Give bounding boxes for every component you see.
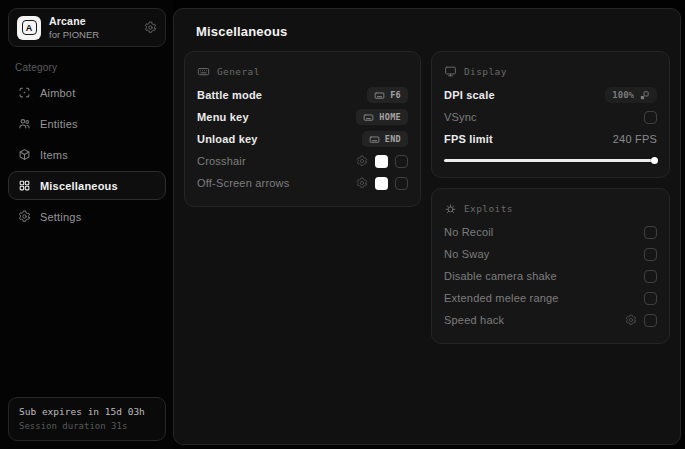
setting-label: FPS limit (444, 133, 493, 145)
display-card-title: Display (464, 66, 507, 77)
setting-label: Speed hack (444, 314, 504, 326)
page-title: Miscellaneous (174, 9, 680, 51)
setting-row-crosshair: Crosshair (197, 150, 408, 172)
sidebar: A Arcane for PIONER Category Aimbot (0, 0, 173, 449)
fps-limit-value: 240 FPS (613, 133, 657, 145)
setting-label: Crosshair (197, 155, 246, 167)
keybind-value: F6 (390, 90, 401, 100)
setting-row-speed-hack: Speed hack (444, 309, 657, 331)
setting-row-no-sway: No Sway (444, 243, 657, 265)
sidebar-item-label: Miscellaneous (40, 180, 118, 192)
app-title: Arcane (49, 15, 99, 27)
display-card: Display DPI scale 100% VSync (431, 51, 670, 178)
setting-row-menu-key: Menu key HOME (197, 106, 408, 128)
main-panel: Miscellaneous General Battle mode F6 (173, 8, 681, 445)
setting-row-no-recoil: No Recoil (444, 221, 657, 243)
fps-limit-slider-row (444, 155, 657, 165)
monitor-icon (444, 65, 457, 78)
setting-row-dpi-scale: DPI scale 100% (444, 84, 657, 106)
exploits-card-header: Exploits (444, 199, 657, 217)
keybind-button[interactable]: F6 (367, 87, 408, 103)
keybind-button[interactable]: HOME (356, 109, 408, 125)
dpi-scale-select[interactable]: 100% (605, 87, 657, 103)
crosshair-scan-icon (18, 86, 31, 99)
entities-icon (18, 117, 31, 130)
keyboard-icon (374, 90, 385, 101)
display-card-header: Display (444, 62, 657, 80)
app-window: A Arcane for PIONER Category Aimbot (0, 0, 685, 449)
gear-icon[interactable] (625, 314, 637, 326)
sidebar-nav: Aimbot Entities Items Miscellaneous (8, 78, 166, 231)
sidebar-item-settings[interactable]: Settings (8, 202, 166, 231)
setting-label: Unload key (197, 133, 258, 145)
panel-columns: General Battle mode F6 Menu key HOME (174, 51, 680, 344)
sidebar-item-entities[interactable]: Entities (8, 109, 166, 138)
setting-label: Disable camera shake (444, 270, 557, 282)
exploits-card-title: Exploits (464, 203, 513, 214)
general-card: General Battle mode F6 Menu key HOME (184, 51, 421, 207)
setting-row-disable-camera-shake: Disable camera shake (444, 265, 657, 287)
setting-label: No Sway (444, 248, 489, 260)
color-swatch[interactable] (375, 177, 388, 190)
session-duration-text: Session duration 31s (19, 421, 155, 431)
keyboard-icon (363, 112, 374, 123)
sub-expiry-text: Sub expires in 15d 03h (19, 406, 155, 417)
right-column: Display DPI scale 100% VSync (431, 51, 670, 344)
sidebar-item-items[interactable]: Items (8, 140, 166, 169)
keybind-value: HOME (379, 112, 401, 122)
keyboard-icon (197, 65, 210, 78)
keyboard-icon (369, 134, 380, 145)
logo-letter: A (22, 20, 37, 35)
disable-camera-shake-checkbox[interactable] (644, 270, 657, 283)
setting-row-vsync: VSync (444, 106, 657, 128)
app-subtitle: for PIONER (49, 29, 99, 40)
package-icon (18, 148, 31, 161)
scale-icon (639, 90, 650, 101)
gear-icon[interactable] (356, 155, 368, 167)
gear-icon (18, 210, 31, 223)
sidebar-item-aimbot[interactable]: Aimbot (8, 78, 166, 107)
setting-row-extended-melee-range: Extended melee range (444, 287, 657, 309)
exploits-card: Exploits No Recoil No Sway Disable camer… (431, 188, 670, 344)
sidebar-item-label: Entities (40, 118, 78, 130)
setting-row-battle-mode: Battle mode F6 (197, 84, 408, 106)
fps-limit-slider[interactable] (444, 159, 657, 162)
setting-row-fps-limit: FPS limit 240 FPS (444, 128, 657, 150)
offscreen-arrows-checkbox[interactable] (395, 177, 408, 190)
sidebar-item-label: Aimbot (40, 87, 75, 99)
vsync-checkbox[interactable] (644, 111, 657, 124)
setting-row-offscreen-arrows: Off-Screen arrows (197, 172, 408, 194)
general-card-header: General (197, 62, 408, 80)
dpi-scale-value: 100% (612, 90, 634, 100)
crosshair-checkbox[interactable] (395, 155, 408, 168)
keybind-button[interactable]: END (362, 131, 408, 147)
slider-knob[interactable] (651, 157, 658, 164)
sidebar-item-label: Settings (40, 211, 81, 223)
control-group (356, 155, 408, 168)
no-recoil-checkbox[interactable] (644, 226, 657, 239)
general-card-title: General (217, 66, 260, 77)
gear-icon[interactable] (356, 177, 368, 189)
extended-melee-range-checkbox[interactable] (644, 292, 657, 305)
setting-label: DPI scale (444, 89, 495, 101)
setting-row-unload-key: Unload key END (197, 128, 408, 150)
sidebar-item-miscellaneous[interactable]: Miscellaneous (8, 171, 166, 200)
setting-label: No Recoil (444, 226, 494, 238)
setting-label: Menu key (197, 111, 249, 123)
setting-label: Extended melee range (444, 292, 559, 304)
no-sway-checkbox[interactable] (644, 248, 657, 261)
category-label: Category (15, 62, 166, 73)
brand-text: Arcane for PIONER (49, 15, 99, 40)
gear-icon[interactable] (144, 21, 157, 34)
color-swatch[interactable] (375, 155, 388, 168)
brand-card: A Arcane for PIONER (8, 8, 166, 47)
sidebar-item-label: Items (40, 149, 68, 161)
app-logo: A (17, 16, 41, 40)
subscription-card: Sub expires in 15d 03h Session duration … (8, 397, 166, 441)
setting-label: Off-Screen arrows (197, 177, 289, 189)
control-group (625, 314, 657, 327)
control-group (356, 177, 408, 190)
setting-label: VSync (444, 111, 477, 123)
speed-hack-checkbox[interactable] (644, 314, 657, 327)
keybind-value: END (385, 134, 401, 144)
